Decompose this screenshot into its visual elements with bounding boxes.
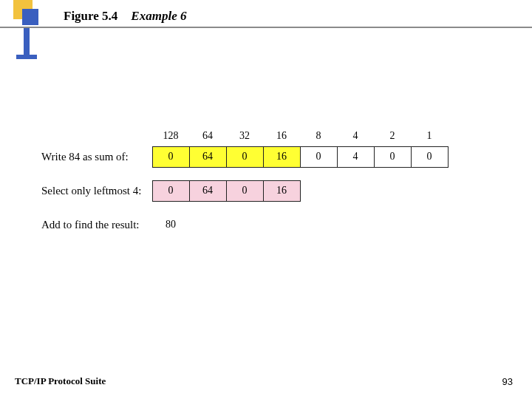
footer-title: TCP/IP Protocol Suite	[15, 375, 106, 387]
sum-cell: 0	[411, 146, 448, 167]
sum-cell: 0	[226, 146, 263, 167]
sum-cell: 16	[263, 146, 300, 167]
header-rule-left	[0, 27, 13, 28]
figure-label: Figure 5.4	[64, 9, 117, 23]
sum-cell: 0	[152, 146, 189, 167]
logo-square-blue	[22, 9, 38, 25]
result-value: 80	[152, 214, 189, 235]
weight-cell: 64	[189, 126, 226, 146]
sum-cell: 0	[374, 146, 411, 167]
header-rule	[13, 27, 532, 28]
leftmost-row: Select only leftmost 4: 0 64 0 16	[41, 180, 448, 201]
slide-logo	[13, 0, 41, 28]
sum-cell: 64	[189, 146, 226, 167]
sum-cell: 4	[337, 146, 374, 167]
logo-stem	[24, 28, 30, 58]
sum-row-label: Write 84 as sum of:	[41, 146, 152, 167]
sum-cell: 0	[300, 146, 337, 167]
bit-weight-row: 128 64 32 16 8 4 2 1	[41, 126, 448, 146]
weight-cell: 128	[152, 126, 189, 146]
leftmost-cell: 64	[189, 180, 226, 201]
figure-content: 128 64 32 16 8 4 2 1 Write 84 as sum of:…	[41, 126, 505, 235]
leftmost-row-label: Select only leftmost 4:	[41, 180, 152, 201]
weight-cell: 4	[337, 126, 374, 146]
leftmost-cell: 16	[263, 180, 300, 201]
logo-foot	[16, 55, 37, 59]
weight-cell: 32	[226, 126, 263, 146]
title-wrap: Figure 5.4 Example 6	[64, 9, 186, 24]
result-row-label: Add to find the result:	[41, 214, 152, 235]
example-label: Example 6	[131, 9, 186, 23]
sum-row: Write 84 as sum of: 0 64 0 16 0 4 0 0	[41, 146, 448, 167]
result-row: Add to find the result: 80	[41, 214, 448, 235]
weight-cell: 1	[411, 126, 448, 146]
leftmost-cell: 0	[152, 180, 189, 201]
weight-cell: 2	[374, 126, 411, 146]
page-number: 93	[502, 376, 513, 387]
slide-header: Figure 5.4 Example 6	[0, 0, 532, 44]
bit-table: 128 64 32 16 8 4 2 1 Write 84 as sum of:…	[41, 126, 449, 235]
weight-cell: 8	[300, 126, 337, 146]
weight-cell: 16	[263, 126, 300, 146]
leftmost-cell: 0	[226, 180, 263, 201]
